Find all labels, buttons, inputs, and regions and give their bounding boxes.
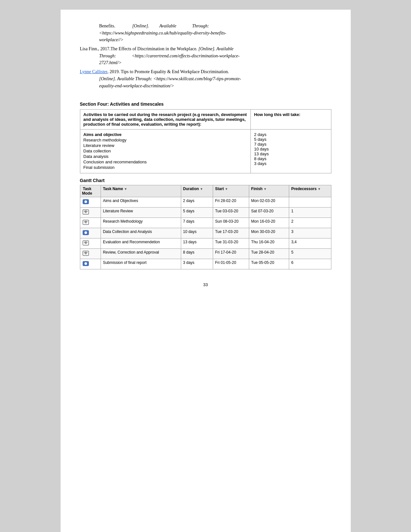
dur-aims: 2 days — [254, 132, 328, 137]
gantt-cell-finish: Tue 28-04-20 — [249, 249, 289, 259]
gantt-cell-finish: Thu 16-04-20 — [249, 238, 289, 249]
gantt-cell-finish: Sat 07-03-20 — [249, 208, 289, 218]
svg-point-5 — [85, 221, 86, 222]
activities-duration-cell: 2 days 5 days 7 days 10 days 13 days 8 d… — [251, 130, 331, 173]
task-lit-review: Literature review — [83, 143, 248, 148]
spacer — [80, 91, 331, 96]
gantt-row: Review, Correction and Approval 8 days F… — [80, 249, 331, 259]
th-task-mode[interactable]: TaskMode — [80, 185, 101, 197]
start-sort-icon: ▼ — [225, 187, 228, 191]
gantt-cell-finish: Mon 16-03-20 — [249, 218, 289, 228]
section-four-header: Section Four: Activities and timescales — [80, 102, 331, 107]
gantt-cell-duration: 3 days — [181, 259, 213, 269]
page: Benefits. [Online]. Available Through: <… — [61, 10, 351, 532]
task-final-submission: Final submission — [83, 165, 248, 170]
lynne-callister-link[interactable]: Lynne Callister — [80, 69, 107, 74]
th-finish-label: Finish — [251, 187, 262, 191]
task-conclusion: Conclusion and recommendations — [83, 160, 248, 164]
gantt-cell-predecessors: 5 — [289, 249, 331, 259]
ref2-author: Lisa Finn., 2017.The Effects of Discrimi… — [80, 46, 234, 51]
th-finish[interactable]: Finish ▼ — [249, 185, 289, 197]
gantt-cell-mode — [80, 259, 101, 269]
gantt-cell-duration: 10 days — [181, 228, 213, 238]
gantt-cell-mode — [80, 228, 101, 238]
task-research-method: Research methodology — [83, 138, 248, 142]
gantt-cell-start: Fri 01-05-20 — [213, 259, 249, 269]
gantt-cell-taskname: Review, Correction and Approval — [101, 249, 181, 259]
duration-sort-icon: ▼ — [200, 187, 203, 191]
task-data-analysis: Data analysis — [83, 154, 248, 159]
th-duration[interactable]: Duration ▼ — [181, 185, 213, 197]
svg-point-9 — [85, 242, 86, 243]
gantt-cell-taskname: Data Collection and Analysis — [101, 228, 181, 238]
th-duration-label: Duration — [183, 187, 199, 191]
task-aims: Aims and objective — [83, 132, 248, 137]
gantt-cell-start: Sun 08-03-20 — [213, 218, 249, 228]
gantt-cell-mode — [80, 249, 101, 259]
page-number: 33 — [80, 282, 331, 287]
gantt-cell-predecessors: 3 — [289, 228, 331, 238]
activities-table: Activities to be carried out during the … — [80, 109, 331, 173]
th-start-label: Start — [215, 187, 224, 191]
gantt-cell-finish: Tue 05-05-20 — [249, 259, 289, 269]
dur-lit: 7 days — [254, 142, 328, 147]
th-task-name[interactable]: Task Name ▼ — [101, 185, 181, 197]
ref2-block: Lisa Finn., 2017.The Effects of Discrimi… — [80, 45, 331, 66]
gantt-cell-mode — [80, 238, 101, 249]
gantt-cell-duration: 13 days — [181, 238, 213, 249]
ref2-url: 2727.html/> — [80, 59, 122, 66]
gantt-cell-predecessors: 6 — [289, 259, 331, 269]
predecessors-sort-icon: ▼ — [318, 187, 321, 191]
finish-sort-icon: ▼ — [263, 187, 267, 191]
gantt-cell-predecessors — [289, 197, 331, 208]
gantt-cell-duration: 7 days — [181, 218, 213, 228]
th-start[interactable]: Start ▼ — [213, 185, 249, 197]
ref3-italic2: equality-end-workplace-discrimination/> — [80, 82, 174, 90]
dur-conclusion: 8 days — [254, 156, 328, 161]
gantt-cell-mode — [80, 197, 101, 208]
dur-data-analysis: 13 days — [254, 151, 328, 156]
ref2-through: Through: <https://careertrend.com/effect… — [80, 53, 240, 60]
ref1-url2: workplace//> — [99, 37, 124, 42]
gantt-cell-duration: 5 days — [181, 208, 213, 218]
ref3-rest: , 2019. Tips to Promote Equality & End W… — [107, 69, 229, 74]
gantt-cell-start: Fri 28-02-20 — [213, 197, 249, 208]
gantt-row: Aims and Objectives 2 days Fri 28-02-20 … — [80, 197, 331, 208]
ref1-url1: <https://www.highspeedtraining.co.uk/hub… — [99, 31, 227, 35]
gantt-row: Research Methodology 7 days Sun 08-03-20… — [80, 218, 331, 228]
gantt-row: Submission of final report 3 days Fri 01… — [80, 259, 331, 269]
gantt-cell-predecessors: 1 — [289, 208, 331, 218]
activities-col1-header: Activities to be carried out during the … — [80, 110, 251, 130]
gantt-cell-predecessors: 2 — [289, 218, 331, 228]
th-predecessors[interactable]: Predecessors ▼ — [289, 185, 331, 197]
activities-col2-header: How long this will take: — [251, 110, 331, 130]
th-task-mode-label: TaskMode — [82, 187, 92, 196]
task-name-sort-icon: ▼ — [124, 187, 127, 191]
gantt-cell-taskname: Aims and Objectives — [101, 197, 181, 208]
references-block: Benefits. [Online]. Available Through: <… — [80, 23, 331, 44]
gantt-cell-duration: 2 days — [181, 197, 213, 208]
th-predecessors-label: Predecessors — [291, 187, 317, 191]
gantt-cell-taskname: Research Methodology — [101, 218, 181, 228]
th-task-name-label: Task Name — [103, 187, 123, 191]
gantt-row: Literature Review 5 days Tue 03-03-20 Sa… — [80, 208, 331, 218]
ref3-italic1: [Online]. Available Through: <https://ww… — [80, 75, 241, 82]
gantt-cell-finish: Mon 02-03-20 — [249, 197, 289, 208]
gantt-cell-start: Fri 17-04-20 — [213, 249, 249, 259]
gantt-chart-header: Gantt Chart — [80, 178, 331, 183]
svg-point-3 — [85, 211, 86, 212]
activities-tasks-cell: Aims and objective Research methodology … — [80, 130, 251, 173]
gantt-cell-start: Tue 03-03-20 — [213, 208, 249, 218]
gantt-cell-duration: 8 days — [181, 249, 213, 259]
gantt-cell-start: Tue 31-03-20 — [213, 238, 249, 249]
gantt-cell-mode — [80, 208, 101, 218]
gantt-cell-start: Tue 17-03-20 — [213, 228, 249, 238]
gantt-cell-mode — [80, 218, 101, 228]
gantt-cell-taskname: Submission of final report — [101, 259, 181, 269]
gantt-cell-taskname: Literature Review — [101, 208, 181, 218]
svg-point-11 — [85, 252, 86, 253]
gantt-row: Data Collection and Analysis 10 days Tue… — [80, 228, 331, 238]
gantt-cell-predecessors: 3,4 — [289, 238, 331, 249]
gantt-table: TaskMode Task Name ▼ Duration ▼ — [80, 185, 331, 269]
ref3-block: Lynne Callister, 2019. Tips to Promote E… — [80, 68, 331, 89]
